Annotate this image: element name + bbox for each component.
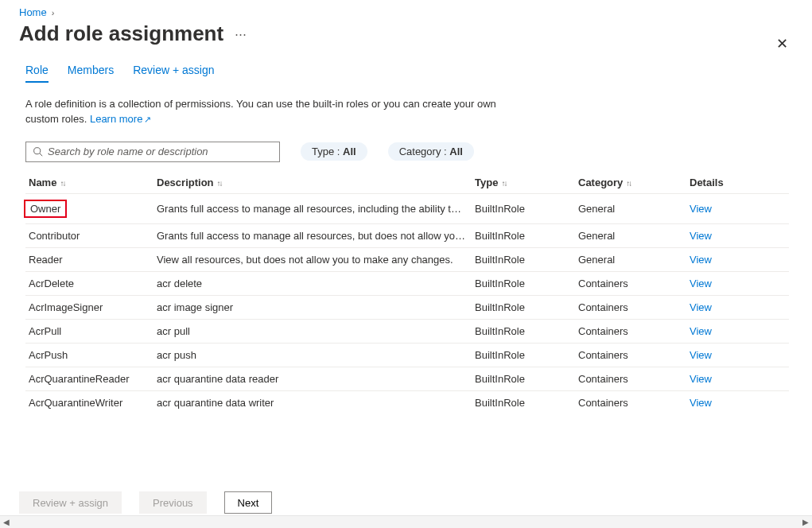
review-assign-button: Review + assign [19, 491, 122, 514]
role-category: Containers [578, 349, 690, 361]
next-button[interactable]: Next [224, 491, 273, 514]
col-description[interactable]: Description↑↓ [157, 177, 475, 188]
role-type: BuiltInRole [475, 373, 578, 385]
view-link[interactable]: View [690, 230, 712, 242]
role-name[interactable]: AcrDelete [25, 278, 157, 289]
role-category: General [578, 203, 690, 215]
table-row[interactable]: OwnerGrants full access to manage all re… [25, 193, 789, 223]
role-name[interactable]: AcrQuarantineWriter [25, 397, 157, 409]
search-icon [33, 146, 43, 157]
col-name[interactable]: Name↑↓ [25, 177, 157, 188]
view-link[interactable]: View [690, 373, 712, 385]
table-row[interactable]: AcrQuarantineReaderacr quarantine data r… [25, 367, 789, 390]
role-description: acr quarantine data reader [157, 373, 475, 385]
table-row[interactable]: AcrQuarantineWriteracr quarantine data w… [25, 390, 789, 414]
horizontal-scrollbar[interactable]: ◀ ▶ [0, 515, 812, 528]
role-description: Grants full access to manage all resourc… [157, 230, 475, 242]
role-category: Containers [578, 373, 690, 385]
search-input[interactable] [48, 146, 273, 157]
roles-table: Name↑↓ Description↑↓ Type↑↓ Category↑↓ D… [25, 172, 789, 414]
svg-line-1 [40, 153, 42, 156]
page-title: Add role assignment [19, 21, 223, 46]
role-category: Containers [578, 301, 690, 313]
role-type: BuiltInRole [475, 325, 578, 337]
role-name[interactable]: AcrPull [25, 325, 157, 337]
filter-category[interactable]: Category : All [388, 142, 474, 161]
tab-role[interactable]: Role [25, 64, 49, 83]
col-type[interactable]: Type↑↓ [475, 177, 578, 188]
search-input-wrapper[interactable] [25, 142, 280, 162]
chevron-right-icon: › [52, 8, 55, 17]
role-name[interactable]: Owner [25, 200, 157, 218]
scroll-left-icon[interactable]: ◀ [0, 518, 13, 526]
role-type: BuiltInRole [475, 397, 578, 409]
learn-more-link[interactable]: Learn more↗ [90, 113, 151, 125]
view-link[interactable]: View [690, 254, 712, 266]
role-category: Containers [578, 397, 690, 409]
role-description: View all resources, but does not allow y… [157, 254, 475, 266]
table-row[interactable]: AcrPushacr pushBuiltInRoleContainersView [25, 343, 789, 367]
role-name[interactable]: AcrPush [25, 349, 157, 361]
view-link[interactable]: View [690, 278, 712, 289]
close-icon[interactable]: ✕ [776, 35, 788, 52]
role-name[interactable]: Reader [25, 254, 157, 266]
role-description: acr delete [157, 278, 475, 289]
description-text: A role definition is a collection of per… [25, 97, 519, 127]
filter-type[interactable]: Type : All [301, 142, 367, 161]
table-row[interactable]: AcrImageSigneracr image signerBuiltInRol… [25, 295, 789, 319]
col-details: Details [690, 177, 761, 188]
role-name[interactable]: Contributor [25, 230, 157, 242]
breadcrumb-home[interactable]: Home [19, 6, 47, 18]
footer-buttons: Review + assign Previous Next [19, 483, 793, 514]
role-name[interactable]: AcrImageSigner [25, 301, 157, 313]
sort-icon: ↑↓ [217, 179, 222, 188]
role-type: BuiltInRole [475, 349, 578, 361]
role-category: General [578, 230, 690, 242]
role-type: BuiltInRole [475, 203, 578, 215]
tabs: Role Members Review + assign [25, 64, 809, 83]
role-name[interactable]: AcrQuarantineReader [25, 373, 157, 385]
role-description: acr push [157, 349, 475, 361]
view-link[interactable]: View [690, 397, 712, 409]
role-type: BuiltInRole [475, 301, 578, 313]
sort-icon: ↑↓ [626, 179, 631, 188]
view-link[interactable]: View [690, 325, 712, 337]
table-row[interactable]: AcrPullacr pullBuiltInRoleContainersView [25, 319, 789, 343]
table-row[interactable]: ContributorGrants full access to manage … [25, 223, 789, 247]
tab-members[interactable]: Members [68, 64, 114, 83]
table-header: Name↑↓ Description↑↓ Type↑↓ Category↑↓ D… [25, 172, 789, 193]
svg-point-0 [34, 148, 41, 154]
view-link[interactable]: View [690, 349, 712, 361]
table-row[interactable]: ReaderView all resources, but does not a… [25, 247, 789, 271]
scroll-right-icon[interactable]: ▶ [799, 518, 812, 526]
sort-icon: ↑↓ [501, 179, 506, 188]
tab-review-assign[interactable]: Review + assign [133, 64, 214, 83]
role-type: BuiltInRole [475, 278, 578, 289]
more-icon[interactable]: ⋯ [235, 27, 247, 41]
role-type: BuiltInRole [475, 254, 578, 266]
view-link[interactable]: View [690, 203, 712, 215]
previous-button: Previous [139, 491, 207, 514]
external-link-icon: ↗ [144, 115, 151, 124]
table-row[interactable]: AcrDeleteacr deleteBuiltInRoleContainers… [25, 271, 789, 295]
role-description: Grants full access to manage all resourc… [157, 203, 475, 215]
role-category: General [578, 254, 690, 266]
role-category: Containers [578, 278, 690, 289]
role-type: BuiltInRole [475, 230, 578, 242]
role-category: Containers [578, 325, 690, 337]
role-description: acr image signer [157, 301, 475, 313]
breadcrumb: Home › [19, 6, 812, 18]
view-link[interactable]: View [690, 301, 712, 313]
sort-icon: ↑↓ [60, 179, 64, 188]
col-category[interactable]: Category↑↓ [578, 177, 690, 188]
role-description: acr quarantine data writer [157, 397, 475, 409]
role-description: acr pull [157, 325, 475, 337]
